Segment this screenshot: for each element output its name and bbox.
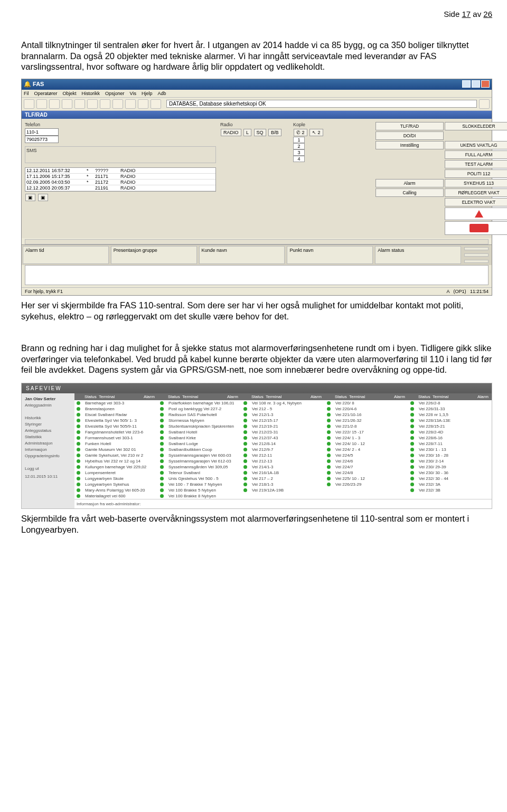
- sv-side-item[interactable]: Oppgraderingsinfo: [25, 454, 71, 458]
- sv-terminal-row[interactable]: Vei 218/1-3: [241, 481, 325, 487]
- sv-side-item[interactable]: Statistikk: [25, 435, 71, 439]
- sv-side-item[interactable]: Historikk: [25, 416, 71, 420]
- sv-terminal-row[interactable]: Vei 100 Brakke 8 Nybyen: [158, 493, 241, 499]
- fas-toolbar[interactable]: DATABASE, Database sikkerhetskopi OK: [22, 98, 492, 111]
- sv-terminal-row[interactable]: Vei 230/ 30 - 36: [408, 470, 492, 476]
- toolbar-icon[interactable]: [125, 99, 136, 109]
- sv-terminal-row[interactable]: Vei 108 nr. 3 og 4, Nybyen: [241, 400, 325, 406]
- toolbar-icon[interactable]: [100, 99, 110, 109]
- sv-side-item[interactable]: Anleggsadmin: [25, 403, 71, 408]
- sv-terminal-row[interactable]: Vei 100 Brakke 5 Nybyen: [158, 487, 241, 493]
- sv-side-item[interactable]: Administrasjon: [25, 441, 71, 446]
- sv-terminal-row[interactable]: Gamle Museum Vei 302 01: [74, 447, 158, 452]
- sv-terminal-row[interactable]: Vei 226/31-33: [408, 406, 492, 412]
- menu-item[interactable]: Vis: [130, 91, 136, 96]
- sv-terminal-row[interactable]: Polarflokken barnehage Vei 106,01: [158, 400, 241, 406]
- sv-terminal-row[interactable]: Longyearbyen Sykehus: [74, 481, 158, 487]
- side-button[interactable]: ELEKTRO VAKT: [445, 198, 507, 206]
- side-button[interactable]: TEST ALARM: [445, 160, 507, 168]
- log-button[interactable]: ▣: [38, 194, 48, 201]
- sv-terminal-row[interactable]: Vei 226/2-8: [408, 400, 492, 406]
- menu-item[interactable]: Fil: [24, 91, 29, 96]
- menu-item[interactable]: Historikk: [82, 91, 100, 96]
- sv-terminal-row[interactable]: Vei 228/6-16: [408, 435, 492, 441]
- sv-terminal-row[interactable]: Vei 100 - 7 Brakke 7 Nybyen: [158, 481, 241, 487]
- toolbar-icon[interactable]: [151, 99, 161, 109]
- kople-hand-2[interactable]: ↖ 2: [309, 129, 323, 136]
- sv-side-item[interactable]: Logg ut: [25, 466, 71, 471]
- toolbar-icon[interactable]: [479, 99, 490, 109]
- sv-terminal-row[interactable]: Vei 217 – 2: [241, 476, 325, 481]
- kople-num[interactable]: 2: [293, 143, 305, 149]
- side-button[interactable]: Innstilling: [375, 141, 444, 149]
- sv-terminal-row[interactable]: Sysselmannsgarasjen Vei 600-03: [158, 452, 241, 458]
- sv-terminal-row[interactable]: Vei 220/ 8: [325, 400, 408, 406]
- menu-item[interactable]: Hjelp: [142, 91, 153, 96]
- sv-side-item[interactable]: Anleggsstatus: [25, 428, 71, 433]
- side-button[interactable]: DO/DI: [375, 131, 444, 140]
- toolbar-icon[interactable]: [49, 99, 60, 109]
- tel-field-1[interactable]: 110-1: [25, 128, 59, 136]
- h-scrollbar[interactable]: [25, 239, 489, 244]
- sv-side-item[interactable]: [25, 460, 71, 465]
- sv-terminal-row[interactable]: Vei 220/4-6: [325, 406, 408, 412]
- sv-terminal-row[interactable]: Vei 212/37-43: [241, 435, 325, 441]
- sv-terminal-row[interactable]: Vei 216/1A-1B: [241, 470, 325, 476]
- sv-terminal-row[interactable]: Vei 228/13A-13E: [408, 418, 492, 423]
- sv-terminal-row[interactable]: Funken Hotell: [74, 441, 158, 447]
- sv-terminal-row[interactable]: Vei 212/19-21: [241, 423, 325, 429]
- kople-num[interactable]: 1: [293, 137, 305, 143]
- sv-terminal-row[interactable]: Unis Gjestehus Vei 500 - 5: [158, 476, 241, 481]
- side-button[interactable]: Calling: [375, 188, 444, 197]
- sv-terminal-row[interactable]: Vei 212 - 5: [241, 406, 325, 412]
- sv-terminal-row[interactable]: Vei 224/6: [325, 458, 408, 464]
- sv-terminal-row[interactable]: Brannstasjonen: [74, 406, 158, 412]
- side-button[interactable]: UKENS VAKTLAG: [445, 141, 507, 149]
- sv-terminal-row[interactable]: Vei 212/8-14: [241, 441, 325, 447]
- sv-terminal-row[interactable]: Post og bankbygg Vei 227-2: [158, 406, 241, 412]
- sv-terminal-row[interactable]: Svalbard Lodge: [158, 441, 241, 447]
- sv-terminal-row[interactable]: Svalbardbutikken Coop: [158, 447, 241, 452]
- sv-terminal-row[interactable]: Radisson SAS Polarhotell: [158, 412, 241, 418]
- sv-terminal-row[interactable]: Sysselmannsgarasjen Vei 612-03: [158, 458, 241, 464]
- kople-num[interactable]: 3: [293, 149, 305, 156]
- side-button[interactable]: POLITI 112: [445, 169, 507, 178]
- menu-item[interactable]: Objekt: [63, 91, 77, 96]
- toolbar-icon[interactable]: [36, 99, 47, 109]
- sv-terminal-row[interactable]: Studentsamskipnaden Sjøskrenten: [158, 423, 241, 429]
- menu-item[interactable]: Adb: [157, 91, 166, 96]
- sv-terminal-row[interactable]: Svalbard Kirke: [158, 435, 241, 441]
- sv-terminal-row[interactable]: Barnehage vei 303-3: [74, 400, 158, 406]
- sv-terminal-row[interactable]: Vei 228/2-4D: [408, 429, 492, 435]
- side-button[interactable]: Alarm: [375, 179, 444, 187]
- sv-terminal-row[interactable]: Vei 221/10-16: [325, 412, 408, 418]
- sv-terminal-row[interactable]: Vei 230/ 1 - 13: [408, 447, 492, 452]
- sv-terminal-row[interactable]: Telenor Svalbard: [158, 470, 241, 476]
- fas-menubar[interactable]: FilOperatørerObjektHistorikkOpsjonerVisH…: [22, 90, 492, 98]
- sv-terminal-row[interactable]: Vei 212/9-7: [241, 447, 325, 452]
- sv-terminal-row[interactable]: Mary-Anns Polarrigg Vei 605-20: [74, 487, 158, 493]
- sv-terminal-row[interactable]: Vei 232/ 3A: [408, 481, 492, 487]
- toolbar-icon[interactable]: [24, 99, 34, 109]
- sv-terminal-row[interactable]: Elvesletta Syd Vei 505/9-11: [74, 423, 158, 429]
- log-button[interactable]: ▣: [25, 194, 35, 201]
- side-button[interactable]: TLF/RAD: [375, 122, 444, 130]
- alarm-icon[interactable]: [464, 247, 489, 250]
- sv-terminal-row[interactable]: Stormessa Nybyen: [158, 418, 241, 423]
- sv-terminal-row[interactable]: Hybelhus Vei 232 nr 12 og 14: [74, 458, 158, 464]
- alarm-icon[interactable]: [464, 253, 489, 257]
- side-button[interactable]: SYKEHUS 113: [445, 179, 507, 187]
- sv-side-item[interactable]: Informasjon: [25, 447, 71, 452]
- sv-terminal-row[interactable]: Vei 226/23-29: [325, 481, 408, 487]
- sv-terminal-row[interactable]: Longyearbyen Skole: [74, 476, 158, 481]
- sv-terminal-row[interactable]: Materiallagret vei 600: [74, 493, 158, 499]
- sv-terminal-row[interactable]: Vei 224/7: [325, 464, 408, 470]
- sv-terminal-row[interactable]: Vei 219/12A-19B: [241, 487, 325, 493]
- sv-terminal-row[interactable]: Vei 212/15-17: [241, 418, 325, 423]
- sv-terminal-row[interactable]: Vei 230/ 29-39: [408, 464, 492, 470]
- sv-terminal-row[interactable]: Vei 230/ 2-14: [408, 458, 492, 464]
- sv-terminal-row[interactable]: Vei 222/ 15 -17: [325, 429, 408, 435]
- sv-terminal-row[interactable]: Vei 224/ 1 - 3: [325, 435, 408, 441]
- sv-terminal-row[interactable]: Vei 228/15-21: [408, 423, 492, 429]
- sv-side-item[interactable]: [25, 409, 71, 414]
